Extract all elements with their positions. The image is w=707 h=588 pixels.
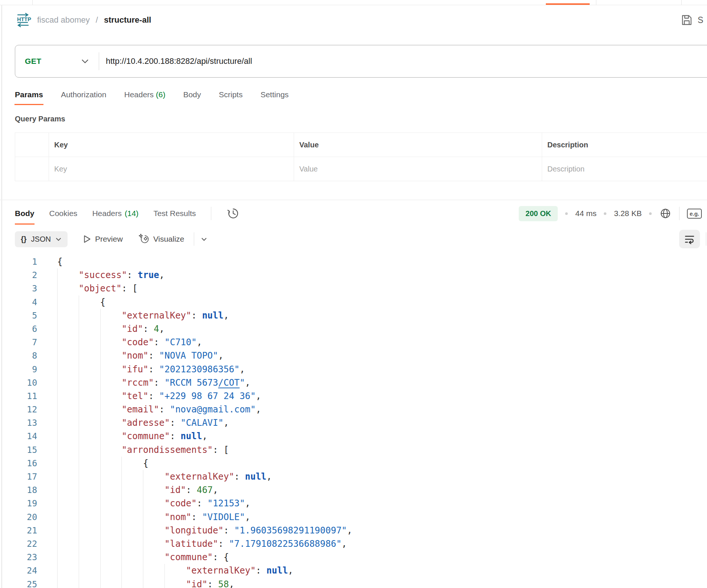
indent-guide xyxy=(121,483,122,497)
response-headers-count: (14) xyxy=(125,209,139,218)
code-line: 2"success": true, xyxy=(0,268,707,282)
indent-guide xyxy=(100,429,101,443)
select-column-header xyxy=(15,133,49,157)
code-line: 20"nom": "VIDOLE", xyxy=(0,510,707,524)
indent-guide xyxy=(100,524,101,537)
tab-headers[interactable]: Headers (6) xyxy=(124,89,165,105)
svg-text:HTTP: HTTP xyxy=(17,16,31,22)
code-editor[interactable]: 1{2"success": true,3"object": [4{5"exter… xyxy=(0,255,707,588)
indent-guide xyxy=(79,416,79,429)
breadcrumb-collection[interactable]: fiscad abomey xyxy=(37,15,90,25)
code-line: 4{ xyxy=(0,295,707,309)
save-icon xyxy=(681,14,693,26)
response-time[interactable]: 44 ms xyxy=(575,209,596,218)
indent-guide xyxy=(143,470,143,483)
indent-guide xyxy=(121,537,122,551)
url-input[interactable] xyxy=(99,56,707,66)
breadcrumb-separator: / xyxy=(96,15,98,25)
indent-guide xyxy=(79,309,79,322)
indent-guide xyxy=(79,578,79,588)
divider xyxy=(706,232,706,246)
dot-separator xyxy=(604,212,606,215)
indent-guide xyxy=(100,483,101,497)
key-column-header: Key xyxy=(49,133,294,157)
tab-settings[interactable]: Settings xyxy=(260,89,289,105)
query-params-title: Query Params xyxy=(15,115,707,125)
indent-guide xyxy=(57,376,58,389)
line-number: 15 xyxy=(0,443,37,457)
indent-guide xyxy=(100,403,101,416)
line-number: 4 xyxy=(0,295,37,309)
indent-guide xyxy=(100,322,101,336)
tab-divider xyxy=(596,0,596,5)
code-line: 12"email": "nova@gmail.com", xyxy=(0,403,707,416)
request-header: HTTP fiscad abomey / structure-all S xyxy=(0,5,707,35)
response-tab-body[interactable]: Body xyxy=(15,200,35,227)
wrap-text-button[interactable] xyxy=(679,230,700,248)
indent-guide xyxy=(100,537,101,551)
indent-guide xyxy=(143,483,143,497)
param-value-input[interactable] xyxy=(299,165,537,173)
indent-guide xyxy=(143,510,143,524)
code-line: 10"rccm": "RCCM 5673/COT", xyxy=(0,376,707,389)
indent-guide xyxy=(100,470,101,483)
play-icon xyxy=(82,234,91,244)
indent-guide xyxy=(57,443,58,457)
code-line: 8"nom": "NOVA TOPO", xyxy=(0,349,707,362)
code-line: 22"latitude": "7.17910822536688986", xyxy=(0,537,707,551)
line-number: 20 xyxy=(0,510,37,524)
param-key-input[interactable] xyxy=(54,165,289,173)
breadcrumb-request-name[interactable]: structure-all xyxy=(104,15,151,25)
active-tab-indicator xyxy=(546,3,590,5)
indent-guide xyxy=(57,429,58,443)
response-tab-headers[interactable]: Headers(14) xyxy=(92,200,139,227)
tab-params[interactable]: Params xyxy=(15,89,43,105)
line-number: 2 xyxy=(0,268,37,282)
status-badge[interactable]: 200 OK xyxy=(519,206,558,221)
indent-guide xyxy=(143,564,143,577)
divider xyxy=(194,232,194,246)
indent-guide xyxy=(57,282,58,295)
format-dropdown[interactable]: {} JSON xyxy=(15,231,68,247)
save-label: S xyxy=(698,15,703,25)
code-line: 7"code": "C710", xyxy=(0,336,707,349)
line-number: 22 xyxy=(0,537,37,551)
param-description-input[interactable] xyxy=(547,165,702,173)
line-number: 19 xyxy=(0,497,37,510)
indent-guide xyxy=(100,443,101,457)
indent-guide xyxy=(121,578,122,588)
method-selector[interactable]: GET xyxy=(15,45,99,77)
line-number: 7 xyxy=(0,336,37,349)
chevron-down-icon[interactable] xyxy=(201,237,207,241)
indent-guide xyxy=(79,470,79,483)
code-line: 18"id": 467, xyxy=(0,483,707,497)
code-line: 14"commune": null, xyxy=(0,429,707,443)
history-icon[interactable] xyxy=(226,206,240,220)
response-tab-cookies[interactable]: Cookies xyxy=(49,200,78,227)
line-number: 3 xyxy=(0,282,37,295)
tab-body[interactable]: Body xyxy=(183,89,201,105)
preview-button[interactable]: Preview xyxy=(82,234,123,244)
line-number: 25 xyxy=(0,578,37,588)
query-params-table: Key Value Description xyxy=(15,133,707,181)
tab-authorization[interactable]: Authorization xyxy=(61,89,107,105)
globe-network-icon[interactable] xyxy=(659,207,672,220)
tab-scripts[interactable]: Scripts xyxy=(219,89,242,105)
line-number: 12 xyxy=(0,403,37,416)
save-button[interactable]: S xyxy=(681,14,703,26)
indent-guide xyxy=(100,564,101,577)
code-line: 24"externalKey": null, xyxy=(0,564,707,577)
code-line: 23"commune": { xyxy=(0,551,707,564)
code-line: 25"id": 58, xyxy=(0,578,707,588)
visualize-button[interactable]: Visualize xyxy=(139,233,185,245)
response-tab-test-results[interactable]: Test Results xyxy=(153,200,196,227)
indent-guide xyxy=(143,497,143,510)
indent-guide xyxy=(79,389,79,403)
indent-guide xyxy=(121,470,122,483)
tab-divider xyxy=(32,0,33,5)
response-size[interactable]: 3.28 KB xyxy=(614,209,642,218)
dot-separator xyxy=(649,212,652,215)
indent-guide xyxy=(79,537,79,551)
indent-guide xyxy=(121,564,122,577)
save-as-example-icon[interactable]: e.g. xyxy=(687,209,702,219)
